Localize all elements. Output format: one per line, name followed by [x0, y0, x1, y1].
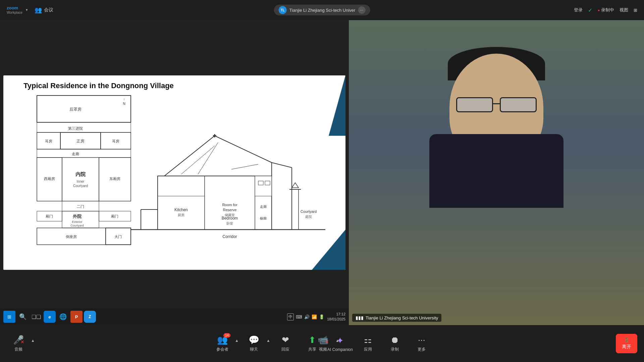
audio-control-group: 🎤✕ 音频 ▲ — [7, 335, 35, 352]
leave-button[interactable]: 🚪 离开 — [616, 334, 637, 353]
svg-text:↑: ↑ — [123, 98, 125, 101]
speaker-icon: 🔊 — [304, 314, 310, 319]
more-button[interactable]: ··· 更多 — [410, 335, 433, 352]
svg-text:N: N — [123, 102, 125, 106]
svg-text:厨房: 厨房 — [178, 213, 184, 217]
glasses-right — [500, 97, 537, 112]
battery-icon: 🔋 — [319, 314, 324, 319]
windows-taskbar: ⊞ 🔍 ❑❑ e 🌐 P Z 中 ⌨ 🔊 📶 🔋 17:12 18/01/202… — [0, 308, 349, 325]
video-panel: ▮▮▮ Tianjie Li Zhejiang Sci-tech Univers… — [349, 20, 644, 325]
apps-button[interactable]: ⚏ 应用 — [356, 335, 380, 352]
participants-icon: 👥 14 — [217, 335, 228, 345]
meeting-pill[interactable]: TL Tianjie Li Zhejiang Sci-tech Univer ·… — [274, 5, 370, 15]
more-icon: ··· — [418, 335, 425, 345]
leave-label: 离开 — [622, 344, 631, 350]
view-label[interactable]: 视图 — [620, 7, 628, 13]
svg-text:大门: 大门 — [114, 235, 122, 239]
search-button[interactable]: 🔍 — [17, 311, 29, 323]
svg-text:厢门: 厢门 — [111, 214, 118, 218]
clock-date: 18/01/2025 — [327, 317, 345, 322]
svg-text:耳房: 耳房 — [45, 139, 52, 143]
meeting-icon: 👥 — [35, 6, 42, 14]
clock: 17:12 18/01/2025 — [327, 312, 345, 322]
svg-text:庭院: 庭院 — [305, 215, 312, 219]
apps-label: 应用 — [364, 347, 372, 352]
ai-companion-icon: ✦ — [336, 336, 344, 346]
view-icon[interactable]: ⊞ — [634, 8, 637, 13]
center-controls: 👥 14 参会者 ▲ 💬 聊天 ▲ ❤ 回应 ⬆ 共享 — [211, 335, 433, 352]
svg-text:Exterior: Exterior — [72, 220, 82, 224]
record-button[interactable]: ⏺ 录制 — [383, 335, 407, 352]
slide-area: Typical Residence in the Dongnong Villag… — [0, 20, 349, 325]
chrome-button[interactable]: 🌐 — [57, 311, 69, 323]
svg-text:Courtyard: Courtyard — [301, 209, 317, 214]
meeting-more-button[interactable]: ··· — [358, 6, 365, 14]
top-bar: zoom Workplace ▾ 👥 会议 TL Tianjie Li Zhej… — [0, 0, 644, 20]
audio-expand-arrow[interactable]: ▲ — [31, 338, 35, 343]
input-lang-icon: 中 — [287, 313, 294, 320]
chat-button[interactable]: 💬 聊天 — [242, 335, 266, 352]
svg-text:Bedroom: Bedroom — [222, 216, 238, 221]
zoom-logo: zoom Workplace ▾ — [7, 6, 28, 14]
clock-time: 17:12 — [327, 312, 345, 317]
record-dot: ● — [598, 8, 600, 12]
logo-dropdown-icon[interactable]: ▾ — [26, 8, 28, 12]
svg-line-39 — [181, 146, 215, 174]
svg-text:内院: 内院 — [75, 171, 86, 177]
svg-text:走廊: 走廊 — [72, 152, 79, 156]
apps-icon: ⚏ — [364, 335, 372, 345]
keyboard-icon: ⌨ — [296, 314, 302, 319]
start-button[interactable]: ⊞ — [3, 311, 15, 323]
zoom-bottom-bar: 🎤✕ 音频 ▲ 📹✕ 视频 ▲ 👥 14 参会者 ▲ 💬 — [0, 325, 644, 362]
person-body — [429, 134, 564, 208]
audio-button[interactable]: 🎤✕ 音频 — [7, 335, 30, 352]
zoom-button[interactable]: Z — [84, 311, 96, 323]
reactions-button[interactable]: ❤ 回应 — [274, 335, 297, 352]
signal-icon: ▮▮▮ — [356, 315, 364, 320]
participants-control-group: 👥 14 参会者 ▲ — [211, 335, 239, 352]
chat-expand-arrow[interactable]: ▲ — [266, 338, 270, 343]
svg-text:Room for: Room for — [222, 203, 237, 207]
mute-icon: 🎤✕ — [13, 335, 24, 345]
record-icon: ⏺ — [390, 335, 399, 345]
svg-text:卧室: 卧室 — [226, 222, 233, 225]
svg-text:东厢房: 东厢房 — [109, 177, 120, 181]
ai-companion-button[interactable]: ✦ AI Companion — [327, 336, 353, 352]
powerpoint-button[interactable]: P — [70, 311, 83, 323]
svg-rect-37 — [158, 176, 272, 230]
record-label: 录制中 — [601, 7, 614, 12]
meeting-button[interactable]: 👥 会议 — [35, 6, 53, 14]
participants-button[interactable]: 👥 14 参会者 — [211, 335, 234, 352]
svg-text:Inner: Inner — [77, 180, 85, 183]
main-area: Typical Residence in the Dongnong Villag… — [0, 20, 644, 325]
chat-control-group: 💬 聊天 ▲ — [242, 335, 270, 352]
svg-rect-14 — [62, 158, 99, 201]
floor-plan-svg: 后罩房 第三进院 耳房 正房 耳房 走廊 西厢房 — [17, 92, 141, 246]
svg-rect-0 — [37, 96, 131, 122]
top-right-controls: 登录 ✓ ● 录制中 视图 ⊞ — [574, 7, 637, 13]
svg-line-44 — [272, 163, 292, 168]
sys-tray: 中 ⌨ 🔊 📶 🔋 — [287, 313, 324, 320]
edge-button[interactable]: e — [44, 311, 56, 323]
svg-text:Corridor: Corridor — [222, 234, 237, 239]
svg-text:二门: 二门 — [77, 204, 84, 208]
login-button[interactable]: 登录 — [574, 7, 583, 13]
network-icon: 📶 — [312, 314, 317, 319]
participants-expand-arrow[interactable]: ▲ — [235, 338, 239, 343]
svg-line-41 — [231, 164, 258, 169]
record-status: ● 录制中 — [598, 7, 614, 13]
svg-text:第三进院: 第三进院 — [68, 126, 83, 130]
video-name-bar: ▮▮▮ Tianjie Li Zhejiang Sci-tech Univers… — [352, 314, 441, 322]
share-button[interactable]: ⬆ 共享 — [301, 335, 324, 352]
center-meeting-info: TL Tianjie Li Zhejiang Sci-tech Univer ·… — [274, 5, 370, 15]
ai-companion-label: AI Companion — [327, 347, 353, 352]
taskview-button[interactable]: ❑❑ — [30, 311, 42, 323]
svg-rect-65 — [292, 189, 299, 230]
svg-rect-2 — [37, 122, 131, 132]
svg-text:Courtyard: Courtyard — [70, 224, 84, 227]
participants-badge: 14 — [223, 333, 230, 338]
participants-label: 参会者 — [216, 347, 228, 352]
meeting-label: 会议 — [44, 7, 53, 13]
svg-text:外院: 外院 — [72, 214, 82, 219]
meeting-name: Tianjie Li Zhejiang Sci-tech Univer — [289, 8, 356, 13]
